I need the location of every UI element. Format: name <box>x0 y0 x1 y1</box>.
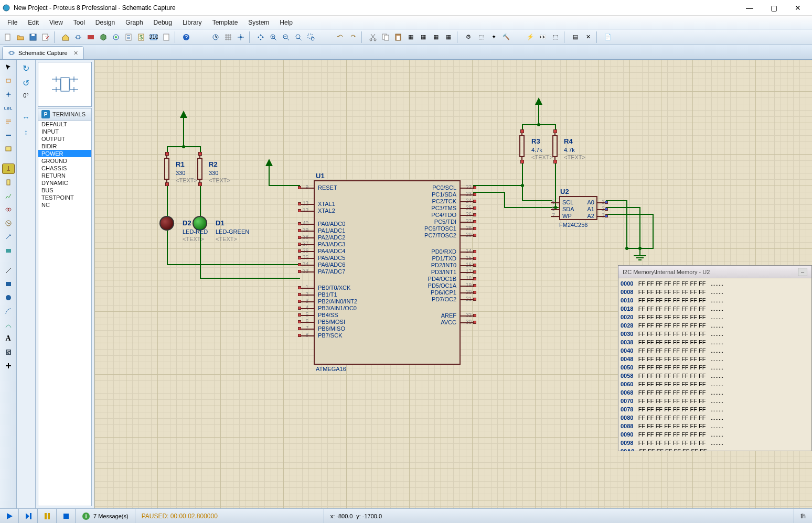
report-icon[interactable]: ▤ <box>570 31 581 43</box>
circle-icon[interactable] <box>2 292 15 303</box>
dollar-icon[interactable]: $ <box>135 31 147 43</box>
junction-icon[interactable] <box>2 89 15 100</box>
list-item[interactable]: NC <box>38 201 91 209</box>
box-icon[interactable] <box>2 279 15 289</box>
memory-window-title[interactable]: I2C Memory\Internal Memory - U2 – <box>618 266 811 278</box>
stop-button[interactable] <box>57 509 76 523</box>
wire[interactable] <box>269 166 270 186</box>
close-button[interactable]: ✕ <box>786 1 810 15</box>
notes-icon[interactable]: 📄 <box>602 31 614 43</box>
wire[interactable] <box>606 214 653 215</box>
menu-design[interactable]: Design <box>90 17 120 28</box>
symbol-icon[interactable]: S <box>2 347 15 357</box>
line-icon[interactable] <box>2 265 15 276</box>
marker-icon[interactable] <box>2 361 15 371</box>
mirror-h-icon[interactable]: ↔ <box>20 112 33 123</box>
wire[interactable] <box>504 192 505 208</box>
generator-icon[interactable] <box>2 218 15 228</box>
power-terminal[interactable] <box>265 159 273 166</box>
wire[interactable] <box>538 105 539 125</box>
instruments-icon[interactable] <box>2 245 15 256</box>
menu-file[interactable]: File <box>2 17 23 28</box>
wire[interactable] <box>522 162 523 186</box>
memory-dump[interactable]: 0000 FF FF FF FF FF FF FF FF ........000… <box>618 278 811 451</box>
menu-edit[interactable]: Edit <box>23 17 44 28</box>
power-terminal[interactable] <box>180 111 187 118</box>
text-script-icon[interactable] <box>2 116 15 127</box>
list-item[interactable]: DEFAULT <box>38 121 91 128</box>
rotate-cw-icon[interactable]: ↻ <box>20 63 33 73</box>
bom2-icon[interactable]: ⬚ <box>550 31 561 43</box>
resistor-r3[interactable] <box>517 130 527 162</box>
grid-icon[interactable] <box>222 31 234 43</box>
schematic-canvas[interactable]: R1 330 <TEXT> R2 330 <TEXT> R3 4.7k <TEX… <box>94 60 812 508</box>
memory-window[interactable]: I2C Memory\Internal Memory - U2 – 0000 F… <box>618 265 812 451</box>
subcircuit-icon[interactable] <box>2 144 15 154</box>
copy-icon[interactable] <box>380 31 391 43</box>
wire[interactable] <box>167 184 168 216</box>
graph-mode-icon[interactable] <box>2 191 15 201</box>
save-icon[interactable] <box>27 31 39 43</box>
device-pins-icon[interactable] <box>2 177 15 188</box>
cut-icon[interactable] <box>367 31 379 43</box>
package-icon[interactable]: ⬚ <box>475 31 487 43</box>
step-button[interactable] <box>19 509 38 523</box>
power-terminal[interactable] <box>535 97 542 105</box>
messages-cell[interactable]: i 7 Message(s) <box>76 509 135 523</box>
menu-graph[interactable]: Graph <box>120 17 148 28</box>
probe-icon[interactable] <box>2 232 15 242</box>
list-item[interactable]: TESTPOINT <box>38 194 91 201</box>
resistor-r1[interactable] <box>162 153 172 184</box>
tab-schematic-capture[interactable]: Schematic Capture × <box>2 46 84 59</box>
wire[interactable] <box>639 207 640 248</box>
zoomfit-icon[interactable] <box>293 31 304 43</box>
property-icon[interactable]: ✕ <box>582 31 594 43</box>
pan-icon[interactable] <box>255 31 266 43</box>
zoomout-icon[interactable] <box>280 31 292 43</box>
wire[interactable] <box>183 118 184 147</box>
list-item[interactable]: GROUND <box>38 157 91 165</box>
list-item[interactable]: BIDIR <box>38 143 91 150</box>
maximize-button[interactable]: ▢ <box>762 1 786 15</box>
doc-icon[interactable] <box>161 31 172 43</box>
origin-icon[interactable] <box>235 31 247 43</box>
redo-icon[interactable] <box>347 31 359 43</box>
block-delete-icon[interactable]: ▦ <box>443 31 454 43</box>
mirror-v-icon[interactable]: ↕ <box>20 127 33 137</box>
paste-icon[interactable] <box>392 31 404 43</box>
menu-library[interactable]: Library <box>177 17 207 28</box>
menu-view[interactable]: View <box>44 17 68 28</box>
close-project-icon[interactable] <box>40 31 51 43</box>
block-move-icon[interactable]: ▦ <box>418 31 429 43</box>
redraw-icon[interactable] <box>210 31 221 43</box>
wire[interactable] <box>522 200 543 201</box>
path-icon[interactable] <box>2 320 15 330</box>
wire[interactable] <box>653 214 654 248</box>
3d-icon[interactable] <box>98 31 109 43</box>
zoomarea-icon[interactable] <box>305 31 317 43</box>
arc-icon[interactable] <box>2 306 15 317</box>
home-icon[interactable] <box>60 31 71 43</box>
pick-devices-icon[interactable]: P <box>41 110 50 118</box>
hex-icon[interactable]: 010 <box>148 31 159 43</box>
minimize-button[interactable]: — <box>738 1 762 15</box>
chip-u2[interactable]: 6SCL5SDA7WP1A02A13A2 <box>559 196 597 220</box>
menu-template[interactable]: Template <box>207 17 243 28</box>
2dtext-icon[interactable]: A <box>2 333 15 344</box>
list-item[interactable]: BUS <box>38 187 91 194</box>
list-item[interactable]: RETURN <box>38 172 91 179</box>
bus-icon[interactable] <box>2 130 15 140</box>
list-item[interactable]: CHASSIS <box>38 165 91 172</box>
tape-icon[interactable] <box>2 204 15 215</box>
new-icon[interactable] <box>2 31 14 43</box>
rotate-ccw-icon[interactable]: ↺ <box>20 78 33 88</box>
codegen-icon[interactable] <box>110 31 122 43</box>
memory-window-minimize[interactable]: – <box>798 268 807 276</box>
tab-close-icon[interactable]: × <box>74 49 78 57</box>
block-copy-icon[interactable]: ▦ <box>405 31 416 43</box>
pick-icon[interactable]: ⚙ <box>463 31 474 43</box>
label-icon[interactable]: LBL <box>2 103 15 113</box>
component-mode-icon[interactable] <box>2 75 15 86</box>
wire[interactable] <box>167 264 300 265</box>
erc-icon[interactable]: ⚡ <box>525 31 536 43</box>
